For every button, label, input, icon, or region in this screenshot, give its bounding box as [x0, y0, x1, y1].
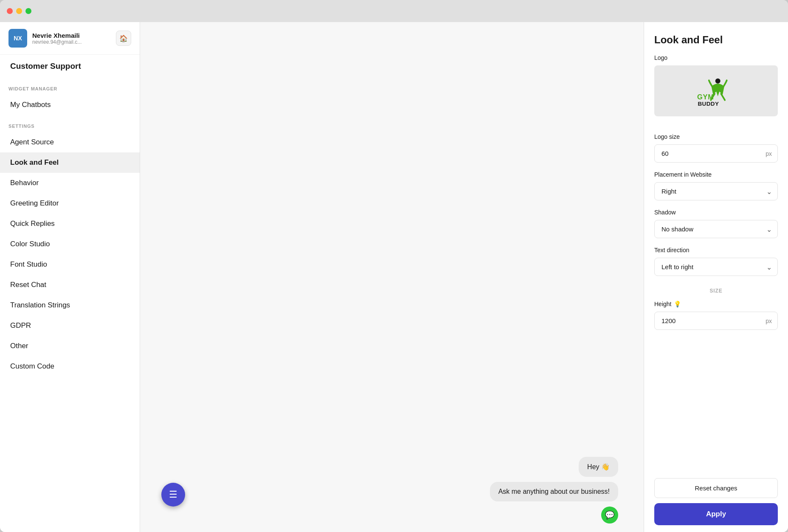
- sidebar-item-reset-chat[interactable]: Reset Chat: [0, 275, 140, 295]
- logo-size-label: Logo size: [654, 133, 778, 140]
- avatar: NX: [8, 29, 27, 48]
- text-direction-select[interactable]: Left to right Right to left: [654, 258, 778, 276]
- right-panel: Look and Feel Logo: [644, 22, 788, 532]
- chat-messages: Hey 👋 Ask me anything about our business…: [166, 457, 618, 524]
- floating-chat-button[interactable]: ☰: [161, 483, 185, 507]
- shadow-label: Shadow: [654, 209, 778, 216]
- sidebar-item-greeting-editor[interactable]: Greeting Editor: [0, 193, 140, 214]
- logo-size-section: Logo size px: [644, 133, 788, 171]
- chat-bubble-ask: Ask me anything about our business!: [490, 482, 618, 501]
- maximize-button[interactable]: [25, 8, 31, 14]
- text-direction-section: Text direction Left to right Right to le…: [644, 247, 788, 284]
- text-direction-label: Text direction: [654, 247, 778, 253]
- sidebar-section-settings: SETTINGS: [0, 115, 140, 132]
- sidebar-item-behavior[interactable]: Behavior: [0, 173, 140, 193]
- logo-image: GYM BUDDY: [691, 74, 742, 108]
- sidebar-item-custom-code[interactable]: Custom Code: [0, 356, 140, 377]
- user-info: Nevrie Xhemaili nevriee.94@gmail.c...: [32, 32, 111, 45]
- menu-icon: ☰: [169, 489, 177, 500]
- sidebar-item-other[interactable]: Other: [0, 336, 140, 356]
- logo-label: Logo: [654, 54, 778, 61]
- height-input-wrap: px: [654, 312, 778, 330]
- placement-select[interactable]: Left Right: [654, 182, 778, 200]
- reset-changes-button[interactable]: Reset changes: [654, 478, 778, 498]
- chat-bubble-hey: Hey 👋: [579, 457, 618, 477]
- home-button[interactable]: 🏠: [116, 31, 131, 46]
- close-button[interactable]: [7, 8, 13, 14]
- placement-section: Placement in Website Left Right: [644, 171, 788, 209]
- sidebar-item-quick-replies[interactable]: Quick Replies: [0, 214, 140, 234]
- svg-point-0: [715, 79, 720, 84]
- user-email: nevriee.94@gmail.c...: [32, 39, 111, 45]
- size-section-label: SIZE: [654, 284, 778, 294]
- sidebar: NX Nevrie Xhemaili nevriee.94@gmail.c...…: [0, 22, 140, 532]
- user-name: Nevrie Xhemaili: [32, 32, 111, 39]
- sidebar-item-customer-support[interactable]: Customer Support: [0, 55, 140, 78]
- svg-text:BUDDY: BUDDY: [698, 101, 719, 107]
- text-direction-select-wrapper: Left to right Right to left: [654, 258, 778, 276]
- sidebar-item-translation-strings[interactable]: Translation Strings: [0, 295, 140, 315]
- logo-section: Logo: [644, 54, 788, 133]
- height-unit: px: [765, 318, 772, 324]
- logo-size-input[interactable]: [654, 144, 778, 163]
- placement-label: Placement in Website: [654, 171, 778, 178]
- size-section: SIZE Height 💡 px: [644, 284, 788, 338]
- apply-button[interactable]: Apply: [654, 503, 778, 525]
- sidebar-item-font-studio[interactable]: Font Studio: [0, 254, 140, 275]
- height-label-row: Height 💡: [654, 301, 778, 307]
- placement-select-wrapper: Left Right: [654, 182, 778, 200]
- panel-title: Look and Feel: [644, 22, 788, 54]
- height-input[interactable]: [654, 312, 778, 330]
- minimize-button[interactable]: [16, 8, 22, 14]
- shadow-section: Shadow No shadow Small Medium Large: [644, 209, 788, 247]
- sidebar-item-color-studio[interactable]: Color Studio: [0, 234, 140, 254]
- svg-text:GYM: GYM: [697, 93, 714, 101]
- main-content: Hey 👋 Ask me anything about our business…: [140, 22, 644, 532]
- logo-container: GYM BUDDY: [654, 65, 778, 116]
- sidebar-header: NX Nevrie Xhemaili nevriee.94@gmail.c...…: [0, 22, 140, 55]
- logo-size-unit: px: [765, 150, 772, 157]
- sidebar-item-look-and-feel[interactable]: Look and Feel: [0, 152, 140, 173]
- chat-widget-icon: 💬: [601, 507, 618, 524]
- shadow-select[interactable]: No shadow Small Medium Large: [654, 220, 778, 238]
- titlebar: [0, 0, 788, 22]
- logo-size-input-wrap: px: [654, 144, 778, 163]
- height-hint-icon: 💡: [674, 301, 681, 307]
- sidebar-item-gdpr[interactable]: GDPR: [0, 315, 140, 336]
- sidebar-item-my-chatbots[interactable]: My Chatbots: [0, 95, 140, 115]
- chat-area: Hey 👋 Ask me anything about our business…: [140, 22, 644, 532]
- window-content: NX Nevrie Xhemaili nevriee.94@gmail.c...…: [0, 22, 788, 532]
- shadow-select-wrapper: No shadow Small Medium Large: [654, 220, 778, 238]
- app-window: NX Nevrie Xhemaili nevriee.94@gmail.c...…: [0, 0, 788, 532]
- sidebar-item-agent-source[interactable]: Agent Source: [0, 132, 140, 152]
- height-text: Height: [654, 301, 671, 307]
- panel-footer: Reset changes Apply: [644, 471, 788, 532]
- sidebar-section-widget-manager: WIDGET MANAGER: [0, 78, 140, 95]
